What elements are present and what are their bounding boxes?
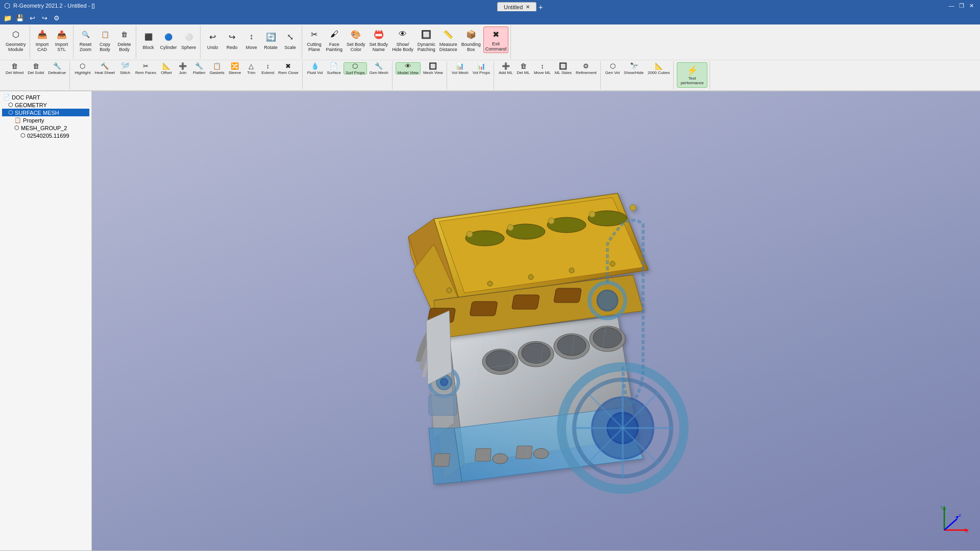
geometry-module-btn[interactable]: ⬡ GeometryModule [4, 27, 28, 53]
viewport-3d[interactable]: X Y Z [92, 91, 980, 550]
svg-line-61 [944, 519, 957, 530]
stitch-sheet-btn[interactable]: 🪡 Stitch [117, 62, 133, 74]
dynamic-patching-btn[interactable]: 🔲 DynamicPatching [416, 27, 437, 53]
create-2000-cubes-btn[interactable]: 📐 2000 Cubes [646, 62, 671, 74]
qa-settings-btn[interactable]: ⚙ [51, 13, 62, 23]
generate-volume-mesh-btn[interactable]: ⬡ Gen Vol [604, 62, 621, 74]
svg-text:X: X [966, 529, 969, 534]
add-meshline-btn[interactable]: ➕ Add ML [497, 62, 514, 74]
highlight-node-icon: ⬡ [78, 62, 88, 70]
move-meshline-btn[interactable]: ↕ Move ML [532, 62, 552, 74]
tree-geometry[interactable]: ⬡ GEOMETRY [2, 101, 89, 109]
join-bodies-icon: ➕ [178, 62, 188, 70]
minimize-btn[interactable]: — [947, 2, 955, 10]
tab-untitled[interactable]: Untitled ✕ [497, 2, 536, 11]
svg-rect-43 [433, 454, 450, 466]
offset-faces-btn[interactable]: 📐 Offset [159, 62, 174, 74]
generate-surface-mesh-btn[interactable]: 🔧 Gen Mesh [368, 62, 390, 74]
surface-mesh-props-btn[interactable]: ⬡ Surf Props [344, 62, 367, 74]
delete-body-btn[interactable]: 🗑 DeleteBody [115, 27, 134, 53]
join-bodies-btn[interactable]: ➕ Join [175, 62, 190, 74]
set-body-name-btn[interactable]: 📛 Set BodyName [368, 27, 390, 53]
trim-btn[interactable]: △ Trim [243, 62, 259, 74]
remove-close-btn[interactable]: ✖ Rem Close [277, 62, 300, 74]
remove-gaskets-btn[interactable]: 📋 Gaskets [208, 62, 226, 74]
rotate-btn[interactable]: 🔄 Rotate [262, 27, 280, 53]
sleeve-btn[interactable]: 🔀 Sleeve [227, 62, 242, 74]
add-edit-refinement-btn[interactable]: ⚙ Refinement [574, 62, 598, 74]
measure-distance-icon: 📏 [441, 28, 455, 41]
flatten-bodies-btn[interactable]: 🔧 Flatten [191, 62, 207, 74]
mesh-view-btn[interactable]: 🔲 Mesh View [422, 62, 445, 74]
heal-sheet-btn[interactable]: 🔨 Heal Sheet [93, 62, 116, 74]
reset-zoom-btn[interactable]: 🔍 ResetZoom [77, 27, 95, 53]
volume-mesh-btn[interactable]: 📊 Vol Mesh [450, 62, 470, 74]
exit-command-icon: ✖ [489, 28, 503, 40]
restore-btn[interactable]: ❐ [958, 2, 966, 10]
import-stl-btn[interactable]: 📤 ImportSTL [53, 27, 71, 53]
highlight-node-btn[interactable]: ⬡ Highlight [73, 62, 92, 74]
bounding-box-icon: 📦 [464, 28, 478, 41]
flatten-bodies-icon: 🔧 [194, 62, 204, 70]
generate-volume-mesh-icon: ⬡ [607, 62, 618, 70]
import-cad-btn[interactable]: 📥 ImportCAD [33, 27, 52, 53]
tab-close-btn[interactable]: ✕ [526, 4, 530, 10]
show-hide-mesh-setup-icon: 🔭 [629, 62, 639, 70]
remove-faces-btn[interactable]: ✂ Rem Faces [134, 62, 158, 74]
tab-add-btn[interactable]: + [536, 3, 545, 11]
titlebar-tabs: Untitled ✕ + [497, 0, 545, 11]
tree-property[interactable]: 📋 Property [2, 116, 89, 124]
extend-body-btn[interactable]: ↕ Extend [260, 62, 276, 74]
tree-mesh-group-label: MESH_GROUP_2 [21, 125, 67, 131]
undo-btn[interactable]: ↩ Undo [204, 27, 222, 53]
block-btn[interactable]: ⬛ Block [139, 27, 158, 53]
show-hide-mesh-setup-btn[interactable]: 🔭 Show/Hide [622, 62, 645, 74]
volume-mesh-props-btn[interactable]: 📊 Vol Props [471, 62, 492, 74]
face-painting-btn[interactable]: 🖌 FacePainting [325, 27, 345, 53]
tree-property-icon: 📋 [14, 117, 21, 123]
test-performance-btn[interactable]: ⚡ Test performance [677, 62, 707, 88]
add-edit-refinement-icon: ⚙ [581, 62, 591, 70]
meshline-sides-btn[interactable]: 🔲 ML Sides [553, 62, 573, 74]
delete-wired-bodies-btn[interactable]: 🗑 Del Wired [4, 62, 25, 74]
qa-open-btn[interactable]: 📁 [2, 13, 13, 23]
set-body-color-btn[interactable]: 🎨 Set BodyColor [345, 27, 367, 53]
ribbon-group-delete-bodies: 🗑 Del Wired 🗑 Del Solid 🔧 Defeatrue [2, 61, 70, 89]
tree-mesh-group[interactable]: ⬡ MESH_GROUP_2 [2, 124, 89, 132]
defeature-btn[interactable]: 🔧 Defeatrue [46, 62, 67, 74]
axis-indicator: X Y Z [939, 505, 970, 535]
copy-body-btn[interactable]: 📋 CopyBody [96, 27, 114, 53]
qa-save-btn[interactable]: 💾 [14, 13, 26, 23]
sphere-btn[interactable]: ⚪ Sphere [180, 27, 198, 53]
copy-body-icon: 📋 [98, 28, 112, 41]
close-btn[interactable]: ✕ [968, 2, 976, 10]
exit-command-btn[interactable]: ✖ ExitCommand [483, 27, 509, 53]
redo-btn[interactable]: ↪ Redo [223, 27, 241, 53]
delete-solid-bodies-btn[interactable]: 🗑 Del Solid [26, 62, 45, 74]
model-view-btn[interactable]: 👁 Model View [396, 62, 421, 74]
surface-mesh-btn[interactable]: 📄 Surface [325, 62, 342, 74]
svg-point-13 [507, 224, 513, 231]
bounding-box-btn[interactable]: 📦 BoundingBox [460, 27, 482, 53]
svg-point-42 [533, 448, 549, 459]
ribbon-group-generate: ⬡ Gen Vol 🔭 Show/Hide 📐 2000 Cubes [602, 61, 674, 89]
scale-btn[interactable]: ⤡ Scale [281, 27, 300, 53]
qa-redo-btn[interactable]: ↪ [39, 13, 50, 23]
model-view-icon: 👁 [403, 62, 413, 70]
app-title: R-Geometry 2021.2 - Untitled - [] [13, 3, 95, 9]
measure-distance-btn[interactable]: 📏 MeasureDistance [438, 27, 459, 53]
tree-doc-part[interactable]: 📄 DOC PART [2, 93, 89, 101]
tree-surface-mesh[interactable]: ⬡ SURFACE MESH [2, 109, 89, 116]
fluid-volume-icon: 💧 [310, 62, 320, 70]
cylinder-btn[interactable]: 🔵 Cylinder [159, 27, 179, 53]
move-btn[interactable]: ↕ Move [242, 27, 261, 53]
delete-meshline-btn[interactable]: 🗑 Del ML [516, 62, 531, 74]
qa-undo-btn[interactable]: ↩ [27, 13, 38, 23]
tree-mesh-id[interactable]: ⬡ 02540205.11699 [2, 132, 89, 139]
remove-close-icon: ✖ [283, 62, 293, 70]
cutting-plane-btn[interactable]: ✂ CuttingPlane [305, 27, 324, 53]
geometry-module-icon: ⬡ [9, 28, 23, 41]
ribbon-row-1: ⬡ GeometryModule 📥 ImportCAD 📤 ImportSTL [0, 24, 980, 60]
fluid-volume-btn[interactable]: 💧 Fluid Vol [306, 62, 325, 74]
show-hide-body-btn[interactable]: 👁 Show/Hide Body [390, 27, 415, 53]
